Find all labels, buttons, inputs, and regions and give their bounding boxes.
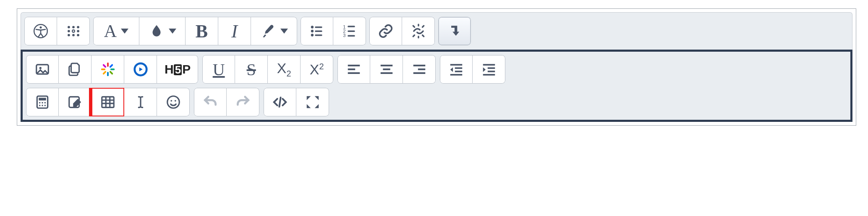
align-center-button[interactable] — [370, 55, 403, 84]
alignment-group — [337, 55, 436, 84]
svg-rect-38 — [450, 74, 463, 76]
svg-rect-40 — [487, 67, 494, 69]
svg-rect-37 — [455, 71, 462, 72]
svg-rect-28 — [348, 72, 360, 74]
format-painter-dropdown[interactable] — [251, 17, 297, 45]
toolbar-row-1: A B I — [21, 12, 852, 50]
accessibility-group — [24, 17, 90, 45]
svg-point-49 — [42, 105, 43, 106]
kaltura-media-button[interactable] — [92, 55, 124, 84]
undo-icon — [202, 94, 218, 110]
svg-point-1 — [39, 26, 42, 29]
bold-button[interactable]: B — [186, 17, 218, 45]
align-right-button[interactable] — [403, 55, 436, 84]
svg-rect-26 — [348, 65, 360, 66]
ordered-list-button[interactable]: 123 — [333, 17, 366, 45]
svg-rect-34 — [413, 72, 425, 74]
svg-rect-35 — [450, 64, 463, 66]
svg-rect-31 — [380, 72, 392, 74]
accessibility-button[interactable] — [24, 17, 57, 45]
screenreader-helper-button[interactable] — [57, 17, 90, 45]
svg-rect-52 — [102, 97, 114, 107]
svg-rect-22 — [348, 35, 355, 37]
svg-point-4 — [77, 26, 79, 29]
font-group: A B I — [93, 17, 297, 45]
svg-rect-20 — [348, 30, 355, 32]
text-style-group: U S X2 X2 — [202, 55, 333, 84]
undo-button[interactable] — [194, 88, 227, 116]
chevron-down-icon — [121, 29, 128, 34]
svg-point-15 — [311, 34, 314, 36]
text-cursor-icon — [133, 94, 149, 110]
panopto-media-button[interactable] — [124, 55, 157, 84]
indent-button[interactable] — [473, 55, 505, 84]
html-source-button[interactable] — [264, 88, 296, 116]
emoji-picker-button[interactable] — [157, 88, 190, 116]
indent-icon — [481, 61, 497, 77]
svg-point-53 — [167, 96, 179, 108]
table-icon — [100, 94, 116, 110]
edit-pencil-icon — [67, 94, 83, 110]
svg-point-50 — [44, 105, 46, 106]
ink-drop-icon — [149, 23, 165, 39]
svg-rect-18 — [348, 26, 355, 27]
svg-point-13 — [311, 30, 314, 32]
font-color-dropdown[interactable] — [139, 17, 186, 45]
svg-rect-39 — [483, 64, 495, 66]
equation-editor-button[interactable] — [26, 88, 59, 116]
braille-dots-icon — [65, 23, 81, 39]
toggle-second-row-button[interactable] — [438, 17, 471, 45]
font-letter-icon: A — [104, 21, 117, 41]
svg-rect-36 — [455, 67, 462, 69]
font-family-dropdown[interactable]: A — [93, 17, 139, 45]
svg-point-9 — [77, 34, 79, 37]
insert-file-button[interactable] — [59, 55, 92, 84]
insert-character-button[interactable] — [124, 88, 157, 116]
align-center-icon — [379, 61, 395, 77]
edit-button[interactable] — [59, 88, 92, 116]
paint-brush-icon — [260, 23, 276, 39]
accessibility-icon — [33, 23, 49, 39]
svg-rect-30 — [383, 68, 390, 70]
svg-rect-29 — [380, 65, 392, 66]
svg-point-24 — [39, 67, 42, 69]
svg-rect-41 — [487, 71, 494, 72]
media-group: H5P — [26, 55, 198, 84]
svg-rect-42 — [483, 74, 495, 76]
superscript-button[interactable]: X2 — [301, 55, 333, 84]
outdent-button[interactable] — [440, 55, 473, 84]
remove-link-button[interactable] — [402, 17, 435, 45]
arrow-turn-down-icon — [447, 23, 463, 39]
align-left-button[interactable] — [337, 55, 370, 84]
chevron-down-icon — [169, 29, 176, 34]
svg-rect-27 — [348, 68, 355, 70]
redo-button[interactable] — [227, 88, 259, 116]
h5p-button[interactable]: H5P — [157, 55, 198, 84]
svg-text:3: 3 — [343, 33, 345, 38]
svg-point-6 — [77, 30, 79, 32]
numbered-list-icon: 123 — [342, 23, 358, 39]
history-group — [194, 88, 259, 116]
code-icon — [272, 94, 288, 110]
link-group — [369, 17, 435, 45]
subscript-button[interactable]: X2 — [268, 55, 301, 84]
h5p-icon: H5P — [165, 62, 190, 76]
expand-icon — [305, 94, 321, 110]
underline-button[interactable]: U — [202, 55, 235, 84]
insert-link-button[interactable] — [369, 17, 402, 45]
svg-rect-16 — [315, 34, 322, 36]
svg-point-47 — [44, 102, 46, 103]
insert-image-button[interactable] — [26, 55, 59, 84]
fullscreen-button[interactable] — [296, 88, 329, 116]
expanded-toolbar-frame: H5P U S X2 X2 — [21, 50, 852, 122]
unordered-list-button[interactable] — [301, 17, 333, 45]
insert-table-button[interactable] — [92, 88, 124, 116]
underline-letter-icon: U — [213, 60, 225, 79]
view-group — [264, 88, 329, 116]
svg-point-46 — [42, 102, 43, 103]
svg-point-48 — [39, 105, 40, 106]
link-icon — [378, 23, 394, 39]
strikethrough-button[interactable]: S — [235, 55, 268, 84]
italic-button[interactable]: I — [218, 17, 251, 45]
toolbar-toggle-group — [438, 17, 471, 45]
